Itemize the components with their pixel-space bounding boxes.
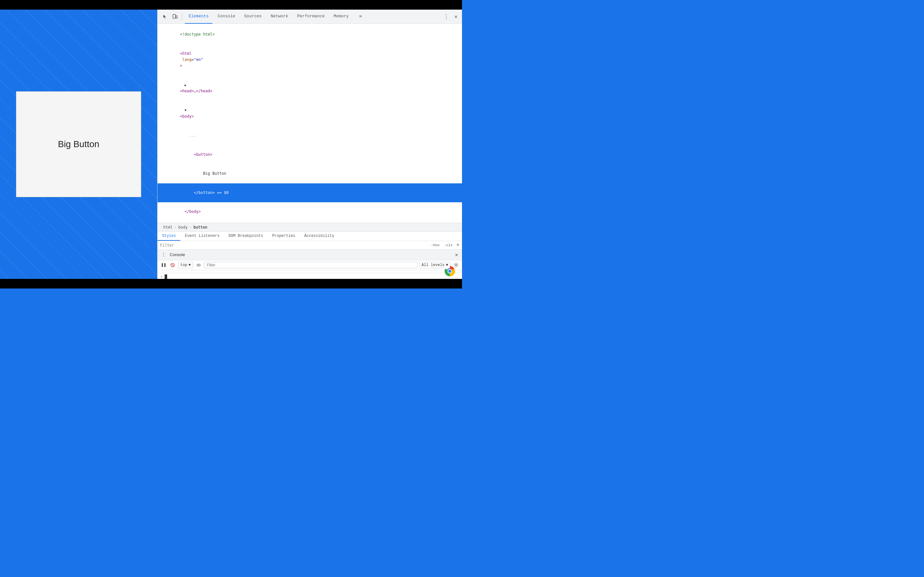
console-eye-btn[interactable] xyxy=(195,261,202,269)
toolbar-separator xyxy=(182,13,182,21)
tab-network-label: Network xyxy=(271,14,288,19)
device-toggle-btn[interactable] xyxy=(170,12,179,21)
devtools-close-btn[interactable]: ✕ xyxy=(452,12,459,21)
top-bar xyxy=(0,0,462,10)
html-line-body-close[interactable]: </body> xyxy=(158,202,462,221)
tab-memory-label: Memory xyxy=(334,14,349,19)
log-level-label: All levels xyxy=(422,263,445,268)
breadcrumb-button[interactable]: button xyxy=(192,224,209,230)
page-content: Big Button xyxy=(16,91,141,197)
tab-performance[interactable]: Performance xyxy=(293,10,328,24)
styles-tab-properties[interactable]: Properties xyxy=(268,232,300,241)
chrome-logo xyxy=(444,266,456,277)
console-title-area: ⋮ Console xyxy=(160,251,452,258)
svg-rect-0 xyxy=(173,15,176,18)
breadcrumb-bar: html › body › button xyxy=(158,223,462,232)
filter-bar: :hov .cls + xyxy=(158,241,462,250)
console-filter-input[interactable] xyxy=(204,262,417,268)
tab-performance-label: Performance xyxy=(297,14,325,19)
console-toolbar: ⋮ Console ✕ xyxy=(158,250,462,260)
console-log-area: } pointermove VM411:1 ▶ PointerEvent {is… xyxy=(158,270,462,273)
console-input-row: › xyxy=(158,273,462,279)
styles-filter-input[interactable] xyxy=(160,243,427,247)
console-play-btn[interactable] xyxy=(160,261,167,269)
tab-more[interactable]: » xyxy=(355,10,366,24)
html-line-button-close[interactable]: </button> == $0 xyxy=(158,183,462,203)
tab-network[interactable]: Network xyxy=(267,10,292,24)
svg-point-7 xyxy=(198,264,199,266)
console-close-btn[interactable]: ✕ xyxy=(454,251,459,259)
html-line-button-open[interactable]: <button> xyxy=(158,145,462,164)
console-title: Console xyxy=(170,252,185,257)
filter-btns: :hov .cls xyxy=(430,243,454,247)
breadcrumb-body[interactable]: body xyxy=(176,224,190,230)
devtools-panel: Elements Console Sources Network Perform… xyxy=(157,10,462,279)
cls-filter-btn[interactable]: .cls xyxy=(443,243,454,247)
tab-elements[interactable]: Elements xyxy=(185,10,212,24)
svg-line-5 xyxy=(172,264,174,266)
html-line-ellipsis[interactable]: ... xyxy=(158,126,462,145)
context-dropdown-arrow: ▼ xyxy=(189,263,191,268)
styles-tab-accessibility[interactable]: Accessibility xyxy=(300,232,339,241)
svg-rect-1 xyxy=(176,16,177,18)
big-button-label: Big Button xyxy=(58,139,99,149)
styles-tab-dom-breakpoints[interactable]: DOM Breakpoints xyxy=(224,232,268,241)
styles-tab-styles[interactable]: Styles xyxy=(158,232,180,241)
bottom-bar xyxy=(0,279,462,288)
elements-panel: <!doctype html> <html lang="en" > ▶ <hea… xyxy=(158,24,462,223)
tab-elements-label: Elements xyxy=(189,14,208,19)
svg-rect-2 xyxy=(162,263,163,267)
console-menu-btn[interactable]: ⋮ xyxy=(160,251,167,258)
console-sub-toolbar: top ▼ All levels ▼ xyxy=(158,260,462,270)
console-panel: ⋮ Console ✕ xyxy=(158,250,462,279)
devtools-menu-btn[interactable]: ⋮ xyxy=(441,12,451,21)
hov-filter-btn[interactable]: :hov xyxy=(430,243,441,247)
webpage-preview: Big Button xyxy=(0,10,157,279)
html-line-html[interactable]: <html lang="en" > xyxy=(158,44,462,76)
add-style-rule-btn[interactable]: + xyxy=(456,242,459,248)
main-area: Big Button Elements xyxy=(0,10,462,279)
svg-point-12 xyxy=(448,269,451,273)
svg-rect-3 xyxy=(164,263,166,267)
log-entry-brace1: } xyxy=(158,271,462,273)
console-cursor xyxy=(165,274,167,279)
styles-tabs-bar: Styles Event Listeners DOM Breakpoints P… xyxy=(158,232,462,241)
console-context-select[interactable]: top ▼ xyxy=(178,262,193,268)
html-line-button-text[interactable]: Big Button xyxy=(158,164,462,183)
devtools-tab-bar: Elements Console Sources Network Perform… xyxy=(158,10,462,24)
console-prompt: › xyxy=(160,274,163,279)
styles-tab-event-listeners[interactable]: Event Listeners xyxy=(180,232,224,241)
tab-memory[interactable]: Memory xyxy=(330,10,352,24)
tab-sources-label: Sources xyxy=(244,14,262,19)
context-label: top xyxy=(180,263,187,268)
html-line-body-open[interactable]: ▼ <body> xyxy=(158,101,462,126)
tab-sources[interactable]: Sources xyxy=(240,10,266,24)
inspect-element-btn[interactable] xyxy=(160,12,169,21)
breadcrumb-html[interactable]: html xyxy=(162,224,174,230)
html-line-head[interactable]: ▶ <head>…</head> xyxy=(158,76,462,101)
console-clear-btn[interactable] xyxy=(169,261,176,269)
tab-console[interactable]: Console xyxy=(214,10,239,24)
html-line-doctype[interactable]: <!doctype html> xyxy=(158,25,462,44)
tab-console-label: Console xyxy=(218,14,235,19)
